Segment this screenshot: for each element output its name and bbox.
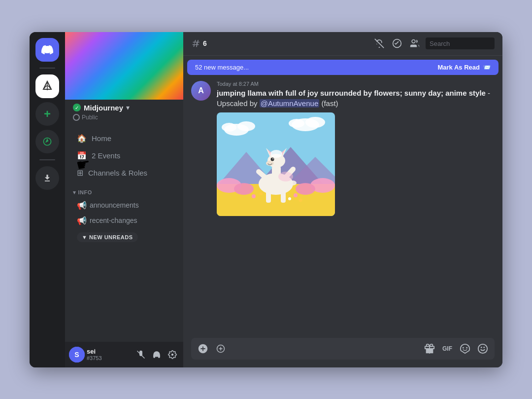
- messages-area[interactable]: 52 new message... Mark As Read 📨 A Today…: [183, 56, 502, 338]
- user-info: sei #3753: [87, 348, 132, 361]
- nav-events-label: 2 Events: [92, 151, 120, 160]
- new-messages-bar: 52 new message... Mark As Read 📨: [187, 60, 499, 75]
- verified-badge: ✓: [73, 104, 81, 111]
- chat-header: 6 Search: [183, 32, 502, 56]
- server-name: Midjourney: [84, 104, 123, 112]
- deafen-button[interactable]: [150, 348, 164, 362]
- public-label: Public: [82, 114, 98, 121]
- add-content-button[interactable]: [195, 341, 211, 357]
- svg-rect-21: [281, 189, 286, 203]
- svg-point-44: [478, 344, 487, 353]
- channel-announcements[interactable]: 📢 announcements: [69, 198, 179, 213]
- download-apps-button[interactable]: [35, 166, 59, 190]
- svg-rect-20: [266, 189, 271, 203]
- add-server-button[interactable]: +: [35, 102, 59, 126]
- emoji-button[interactable]: [475, 341, 491, 357]
- chat-input-bar: GIF: [191, 338, 495, 360]
- message-bold: jumping llama with full of joy surrounde…: [217, 89, 486, 97]
- message-group: A Today at 8:27 AM jumping llama with fu…: [183, 79, 502, 218]
- settings-button[interactable]: [166, 348, 179, 362]
- svg-point-36: [260, 192, 263, 195]
- mute-button[interactable]: [134, 348, 148, 362]
- message-header: Today at 8:27 AM: [217, 81, 495, 87]
- svg-point-18: [234, 183, 254, 195]
- svg-point-42: [463, 347, 464, 348]
- svg-point-31: [272, 158, 273, 159]
- server-header: ✓ Midjourney ▾ Public: [65, 32, 183, 126]
- message-content: Today at 8:27 AM jumping llama with full…: [217, 81, 495, 216]
- nav-item-events[interactable]: 📅 2 Events: [69, 147, 179, 164]
- svg-point-3: [412, 40, 415, 43]
- server-banner: [65, 32, 183, 101]
- nav-home-label: Home: [92, 134, 111, 143]
- user-actions: [134, 348, 179, 362]
- announcement-icon: 📢: [77, 201, 87, 210]
- notifications-button[interactable]: [372, 36, 386, 50]
- nav-item-home[interactable]: 🏠 Home: [69, 130, 179, 147]
- chat-input-field[interactable]: [231, 344, 420, 353]
- app-window: + ✓ Midjourney ▾ Public: [30, 32, 502, 367]
- new-unreads-label: ▼ NEW UNREADS: [82, 234, 133, 240]
- channels-roles-icon: ⊞: [77, 168, 83, 178]
- globe-icon: [73, 114, 80, 121]
- svg-point-9: [305, 117, 325, 128]
- events-icon: 📅: [77, 151, 87, 160]
- svg-point-39: [299, 198, 302, 202]
- explore-public-servers-button[interactable]: [35, 130, 59, 153]
- message-speed: (fast): [321, 99, 338, 108]
- chevron-icon: ▾: [73, 189, 76, 196]
- server-divider-2: [39, 159, 55, 160]
- nav-item-channels-roles[interactable]: ⊞ Channels & Roles: [69, 164, 179, 181]
- public-badge: Public: [73, 113, 130, 122]
- mark-as-read-label: Mark As Read: [438, 64, 480, 71]
- server-divider: [39, 68, 55, 69]
- message-avatar: A: [191, 81, 211, 101]
- discord-home-icon[interactable]: [35, 38, 59, 62]
- new-unreads-badge[interactable]: ▼ NEW UNREADS: [77, 232, 138, 242]
- server-name-content: ✓ Midjourney ▾: [73, 104, 130, 112]
- channel-header-icon: 6: [191, 38, 207, 48]
- search-bar[interactable]: Search: [426, 37, 495, 49]
- midjourney-server-icon[interactable]: [35, 74, 59, 98]
- username: sei: [87, 348, 132, 355]
- gif-button[interactable]: GIF: [439, 341, 455, 357]
- svg-point-34: [289, 181, 297, 185]
- new-messages-text: 52 new message...: [195, 64, 249, 71]
- avatar-inner: A: [191, 81, 211, 101]
- channel-recent-changes-label: recent-changes: [90, 217, 137, 224]
- svg-point-33: [270, 150, 282, 158]
- message-timestamp: Today at 8:27 AM: [217, 81, 259, 87]
- members-list-button[interactable]: [408, 36, 422, 50]
- channel-list: 🏠 Home 📅 2 Events ⊞ Channels & Roles ▾ I…: [65, 126, 183, 342]
- svg-point-17: [296, 183, 315, 195]
- chat-input-area: GIF: [183, 338, 502, 367]
- svg-point-43: [466, 347, 467, 348]
- section-label: INFO: [78, 189, 92, 195]
- home-icon: 🏠: [77, 134, 87, 143]
- message-text: jumping llama with full of joy surrounde…: [217, 88, 495, 109]
- user-bar: S sei #3753: [65, 342, 183, 367]
- mention-user[interactable]: @AutumnAvenue: [260, 99, 320, 108]
- sticker-button[interactable]: [457, 341, 473, 357]
- svg-point-37: [294, 193, 298, 197]
- channel-recent-changes[interactable]: 📢 recent-changes: [69, 213, 179, 228]
- message-image: [217, 112, 335, 216]
- nav-channels-label: Channels & Roles: [88, 169, 147, 177]
- svg-point-30: [271, 157, 274, 161]
- dropdown-icon: ▾: [126, 104, 130, 111]
- mark-as-read-button[interactable]: Mark As Read 📨: [438, 64, 491, 71]
- user-tag: #3753: [87, 355, 132, 361]
- svg-point-10: [289, 119, 304, 128]
- section-header-info[interactable]: ▾ INFO: [65, 181, 183, 198]
- svg-point-7: [222, 123, 236, 132]
- pin-button[interactable]: [390, 36, 404, 50]
- channel-announcements-label: announcements: [90, 201, 139, 209]
- members-count: 6: [203, 39, 207, 47]
- server-sidebar: +: [30, 32, 65, 367]
- svg-point-6: [237, 121, 255, 131]
- avatar: S: [69, 347, 85, 363]
- svg-point-38: [288, 197, 291, 200]
- plus-button[interactable]: [213, 341, 229, 357]
- gift-button[interactable]: [422, 341, 437, 357]
- server-name-bar[interactable]: ✓ Midjourney ▾ Public: [65, 100, 183, 126]
